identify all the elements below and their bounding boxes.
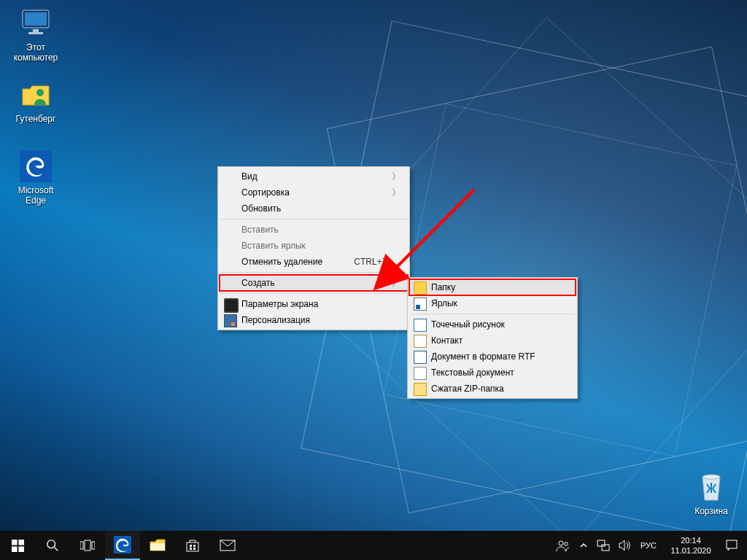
zip-file-icon [414, 383, 427, 396]
edge-icon [114, 536, 131, 553]
menu-item-paste: Вставить [220, 222, 408, 238]
search-icon [46, 539, 59, 552]
mail-icon [220, 540, 236, 551]
svg-rect-22 [193, 548, 196, 550]
contact-file-icon [414, 335, 427, 348]
menu-item-label: Вставить [241, 225, 279, 235]
svg-rect-26 [597, 540, 605, 546]
task-view-button[interactable] [70, 531, 105, 560]
menu-item-label: Документ в формате RTF [431, 351, 535, 362]
recycle-bin-icon [695, 471, 727, 503]
file-explorer-icon [150, 539, 166, 552]
menu-item-refresh[interactable]: Обновить [220, 201, 408, 217]
desktop-icon-edge[interactable]: MicrosoftEdge [7, 150, 64, 206]
menu-item-view[interactable]: Вид〉 [220, 168, 408, 184]
taskbar-app-edge[interactable] [105, 531, 140, 560]
submenu-item-bitmap[interactable]: Точечный рисунок [409, 316, 576, 332]
menu-item-label: Вставить ярлык [241, 241, 306, 251]
tray-time: 20:14 [681, 536, 701, 545]
svg-rect-8 [18, 540, 24, 545]
windows-logo-icon [12, 540, 24, 552]
svg-rect-7 [12, 540, 18, 545]
taskbar-app-store[interactable] [175, 531, 210, 560]
menu-item-label: Параметры экрана [241, 299, 318, 309]
desktop-context-menu: Вид〉 Сортировка〉 Обновить Вставить Встав… [217, 166, 410, 330]
svg-point-25 [565, 542, 568, 546]
menu-item-display-settings[interactable]: Параметры экрана [220, 296, 408, 312]
tray-network[interactable] [592, 531, 614, 560]
desktop[interactable]: Этоткомпьютер Гутенберг MicrosoftEdge Ко… [0, 0, 747, 560]
svg-line-12 [55, 548, 58, 551]
svg-rect-17 [150, 543, 165, 551]
chevron-up-icon [579, 541, 588, 550]
this-pc-icon [20, 7, 52, 39]
desktop-icon-user-folder[interactable]: Гутенберг [7, 79, 64, 124]
start-button[interactable] [0, 531, 35, 560]
taskbar-app-explorer[interactable] [140, 531, 175, 560]
svg-rect-2 [33, 29, 39, 32]
chevron-right-icon: 〉 [392, 168, 400, 184]
tray-language[interactable]: РУС [636, 531, 661, 560]
svg-point-4 [36, 89, 44, 96]
svg-rect-18 [187, 542, 198, 551]
svg-rect-14 [85, 540, 90, 551]
tray-people[interactable] [551, 531, 575, 560]
store-icon [185, 538, 200, 553]
chevron-right-icon: 〉 [392, 275, 400, 291]
submenu-item-shortcut[interactable]: Ярлык [409, 295, 576, 311]
menu-item-label: Контакт [431, 335, 462, 346]
svg-rect-27 [602, 545, 609, 551]
desktop-icon-label: Гутенберг [7, 114, 64, 124]
submenu-item-rtf[interactable]: Документ в формате RTF [409, 349, 576, 365]
svg-rect-15 [92, 542, 95, 549]
text-file-icon [414, 367, 427, 380]
tray-volume[interactable] [614, 531, 636, 560]
submenu-item-contact[interactable]: Контакт [409, 332, 576, 349]
svg-point-5 [703, 475, 720, 479]
tray-language-label: РУС [640, 541, 657, 550]
tray-clock[interactable]: 20:1411.01.2020 [661, 531, 721, 560]
menu-item-label: Точечный рисунок [431, 319, 505, 330]
tray-date: 11.01.2020 [670, 546, 711, 555]
bitmap-file-icon [414, 319, 427, 332]
menu-item-label: Персонализация [241, 315, 310, 325]
new-submenu: Папку Ярлык Точечный рисунок Контакт Док… [407, 277, 578, 399]
menu-item-label: Вид [241, 171, 258, 182]
svg-rect-13 [80, 542, 83, 549]
tray-action-center[interactable] [721, 531, 743, 560]
menu-item-personalize[interactable]: Персонализация [220, 312, 408, 328]
desktop-icon-recycle-bin[interactable]: Корзина [683, 471, 740, 516]
svg-point-11 [47, 540, 55, 548]
menu-item-shortcut: CTRL+Z [354, 254, 387, 270]
search-button[interactable] [35, 531, 70, 560]
folder-icon [414, 281, 427, 295]
shortcut-icon [414, 298, 427, 311]
submenu-item-folder[interactable]: Папку [409, 279, 576, 295]
svg-point-24 [559, 541, 563, 545]
desktop-icon-label: MicrosoftEdge [7, 185, 64, 206]
svg-rect-9 [12, 546, 18, 552]
menu-item-paste-shortcut: Вставить ярлык [220, 238, 408, 254]
menu-item-label: Сортировка [241, 187, 290, 198]
menu-separator [220, 219, 407, 219]
taskbar-app-mail[interactable] [210, 531, 245, 560]
submenu-item-text[interactable]: Текстовый документ [409, 365, 576, 381]
edge-icon [20, 150, 52, 182]
svg-rect-28 [727, 540, 737, 548]
menu-item-label: Обновить [241, 203, 281, 214]
task-view-icon [80, 540, 95, 551]
menu-separator [410, 314, 575, 314]
taskbar: РУС 20:1411.01.2020 [0, 531, 747, 560]
action-center-icon [725, 539, 738, 552]
tray-show-hidden[interactable] [575, 531, 592, 560]
menu-item-sort[interactable]: Сортировка〉 [220, 184, 408, 201]
menu-item-undo-delete[interactable]: Отменить удалениеCTRL+Z [220, 254, 408, 270]
submenu-item-zip[interactable]: Сжатая ZIP-папка [409, 381, 576, 397]
menu-item-label: Ярлык [431, 298, 457, 308]
svg-rect-20 [193, 545, 196, 547]
desktop-icon-label: Корзина [683, 506, 740, 516]
svg-rect-3 [28, 32, 43, 34]
menu-item-label: Текстовый документ [431, 368, 514, 378]
desktop-icon-this-pc[interactable]: Этоткомпьютер [7, 7, 64, 63]
menu-item-new[interactable]: Создать〉 [220, 275, 408, 291]
